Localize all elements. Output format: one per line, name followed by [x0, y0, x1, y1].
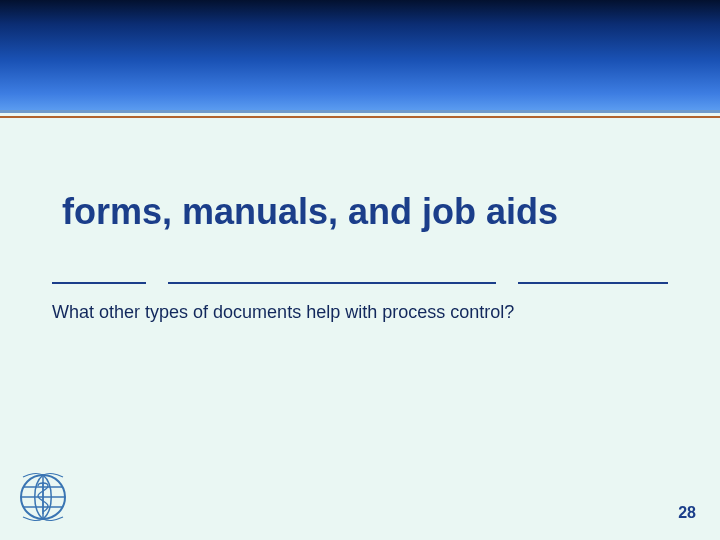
who-logo-icon	[18, 472, 68, 522]
page-number: 28	[678, 504, 696, 522]
header-rule-orange	[0, 116, 720, 118]
header-rule-blue	[0, 110, 720, 113]
underline-segment	[168, 282, 496, 284]
underline-segment	[52, 282, 146, 284]
underline-segment	[518, 282, 668, 284]
slide: forms, manuals, and job aids What other …	[0, 0, 720, 540]
slide-title: forms, manuals, and job aids	[62, 192, 658, 232]
title-underline	[52, 282, 668, 284]
header-band	[0, 0, 720, 110]
body-text: What other types of documents help with …	[52, 300, 668, 324]
